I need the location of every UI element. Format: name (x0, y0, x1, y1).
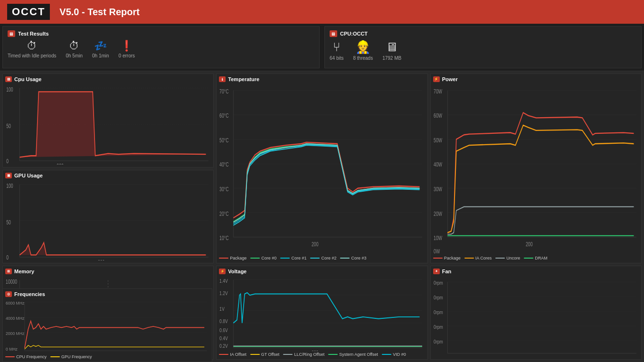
app-logo: OCCT (7, 4, 50, 20)
stat-bits-icon: ⑂ (333, 40, 341, 55)
cpu-usage-icon: ▤ (5, 76, 12, 82)
stat-memory: 🖥 1792 MB (382, 40, 401, 61)
frequencies-legend: CPU Frequency GPU Frequency (5, 354, 209, 359)
svg-text:60°C: 60°C (219, 112, 229, 119)
svg-text:200: 200 (526, 241, 532, 247)
svg-text:0.8V: 0.8V (219, 318, 228, 324)
legend-core2-dot (310, 258, 320, 259)
svg-text:10W: 10W (434, 234, 443, 241)
legend-system-agent: System Agent Offset (328, 352, 378, 357)
gpu-usage-panel: ▣ GPU Usage 100 50 0 200 (2, 170, 214, 264)
page-title: V5.0 - Test Report (59, 7, 140, 18)
legend-gpu-freq: GPU Frequency (50, 354, 92, 359)
test-results-icon: ▤ (8, 30, 15, 37)
svg-text:4000 MHz: 4000 MHz (6, 316, 25, 321)
legend-uncore-dot (495, 258, 505, 259)
stat-timed: ⏱ Timed with Idle periods (8, 40, 56, 58)
svg-text:0.6V: 0.6V (219, 328, 228, 334)
cpu-usage-panel: ▤ Cpu Usage 100 50 0 200 (2, 74, 214, 167)
svg-text:200: 200 (312, 350, 318, 351)
svg-text:0rpm: 0rpm (434, 309, 443, 315)
cpu-usage-title: ▤ Cpu Usage (5, 76, 211, 83)
test-results-panel: ▤ Test Results ⏱ Timed with Idle periods… (2, 26, 320, 68)
voltage-chart: 1.4V 1.2V 1V 0.8V 0.6V 0.4V 0.2V 200 (219, 277, 425, 351)
cpu-usage-chart: 100 50 0 200 (5, 84, 211, 165)
svg-text:200: 200 (98, 259, 105, 260)
svg-text:0: 0 (6, 254, 9, 260)
svg-text:6000 MHz: 6000 MHz (6, 301, 25, 306)
svg-text:40W: 40W (434, 161, 443, 168)
legend-cpu-freq-dot (5, 356, 15, 357)
voltage-legend: IA Offset GT Offset LLC/Ring Offset Syst… (219, 352, 425, 357)
svg-text:0: 0 (536, 356, 538, 357)
gpu-usage-chart: 100 50 0 200 (5, 181, 211, 261)
svg-text:0.5: 0.5 (603, 356, 608, 357)
power-legend: Package IA Cores Uncore DRAM (433, 256, 639, 260)
legend-package: Package (219, 256, 246, 260)
svg-text:1V: 1V (219, 306, 225, 312)
cpu-occt-stats: ⑂ 64 bits 👷 8 threads 🖥 1792 MB (330, 40, 636, 61)
stat-idle: 💤 0h 1min (92, 40, 109, 58)
svg-text:30W: 30W (434, 186, 443, 192)
memory-title: ⊞ Memory (5, 269, 211, 275)
svg-text:0.4V: 0.4V (219, 336, 228, 342)
voltage-title: ⚡ Voltage (219, 269, 425, 275)
stat-bits-label: 64 bits (330, 56, 343, 61)
legend-dram: DRAM (524, 256, 548, 260)
legend-llc-ring: LLC/Ring Offset (283, 352, 324, 357)
svg-text:0rpm: 0rpm (434, 295, 443, 300)
svg-text:10°C: 10°C (219, 234, 229, 241)
stat-duration-icon: ⏱ (69, 40, 79, 52)
svg-text:30°C: 30°C (219, 186, 229, 192)
svg-text:60W: 60W (434, 112, 443, 119)
stat-duration: ⏱ 0h 5min (66, 40, 83, 58)
stat-bits: ⑂ 64 bits (330, 40, 343, 61)
voltage-icon: ⚡ (219, 269, 226, 274)
legend-core3: Core #3 (340, 256, 366, 260)
test-results-stats: ⏱ Timed with Idle periods ⏱ 0h 5min 💤 0h… (8, 40, 314, 58)
svg-text:100: 100 (6, 182, 13, 189)
power-title: ⚡ Power (433, 76, 639, 83)
temperature-legend: Package Core #0 Core #1 Core #2 Core #3 (219, 256, 425, 260)
svg-text:0rpm: 0rpm (434, 324, 443, 330)
gpu-usage-title: ▣ GPU Usage (5, 173, 211, 179)
legend-core1: Core #1 (280, 256, 306, 260)
stat-duration-label: 0h 5min (66, 53, 83, 58)
legend-core1-dot (280, 258, 290, 259)
svg-text:10000: 10000 (6, 278, 17, 285)
fan-icon: ✦ (433, 269, 440, 274)
stat-errors: ❗ 0 errors (119, 40, 135, 58)
test-results-title: ▤ Test Results (8, 30, 314, 37)
svg-text:200: 200 (97, 353, 104, 353)
svg-text:200: 200 (312, 241, 318, 247)
info-row: ▤ Test Results ⏱ Timed with Idle periods… (0, 24, 644, 71)
svg-text:0 MHz: 0 MHz (6, 347, 18, 352)
cpu-occt-panel: ▤ CPU:OCCT ⑂ 64 bits 👷 8 threads 🖥 1792 … (324, 26, 642, 68)
legend-llc-ring-dot (283, 354, 293, 355)
svg-text:0rpm: 0rpm (434, 339, 443, 344)
svg-text:0: 0 (6, 158, 9, 164)
legend-gpu-freq-dot (50, 356, 60, 357)
temperature-chart: 70°C 60°C 50°C 40°C 30°C 20°C 10°C (219, 84, 425, 255)
legend-ia-offset-dot (219, 354, 228, 355)
gpu-usage-icon: ▣ (5, 173, 12, 178)
legend-core0: Core #0 (250, 256, 276, 260)
stat-idle-label: 0h 1min (92, 53, 109, 58)
temperature-title: 🌡 Temperature (219, 76, 425, 83)
fan-title: ✦ Fan (433, 269, 639, 275)
svg-text:100: 100 (6, 86, 13, 93)
stat-timed-icon: ⏱ (27, 40, 37, 52)
svg-text:0rpm: 0rpm (434, 356, 443, 357)
legend-vid0-dot (382, 354, 391, 355)
svg-text:0W: 0W (434, 248, 440, 255)
svg-text:2000 MHz: 2000 MHz (6, 331, 25, 336)
cpu-occt-icon: ▤ (330, 30, 337, 37)
cpu-occt-title: ▤ CPU:OCCT (330, 30, 636, 37)
svg-text:40°C: 40°C (219, 161, 229, 168)
fan-chart: 0rpm 0rpm 0rpm 0rpm 0rpm -0.5 0 0.5 0rpm (433, 277, 639, 357)
svg-text:1.2V: 1.2V (219, 291, 228, 297)
frequencies-icon: ◎ (5, 291, 12, 297)
temperature-panel: 🌡 Temperature 70°C 60°C 50°C 40°C 30°C 2… (216, 74, 427, 263)
frequencies-chart: 6000 MHz 4000 MHz 2000 MHz 0 MHz 200 (5, 299, 209, 353)
stat-errors-label: 0 errors (119, 53, 135, 58)
